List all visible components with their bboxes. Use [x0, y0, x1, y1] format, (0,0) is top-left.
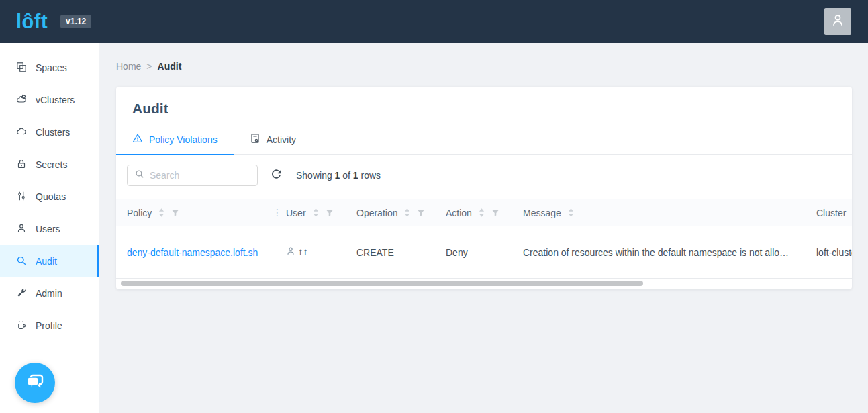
violations-table: Policy ⋮ User	[116, 199, 852, 279]
tab-activity[interactable]: Activity	[234, 125, 312, 154]
breadcrumb: Home > Audit	[116, 61, 852, 72]
search-icon	[135, 169, 144, 181]
chat-widget-button[interactable]	[15, 363, 55, 403]
filter-icon[interactable]	[491, 209, 499, 217]
column-header-operation[interactable]: Operation	[346, 208, 435, 218]
filter-icon[interactable]	[417, 209, 425, 217]
sidebar-item-audit[interactable]: Audit	[0, 245, 99, 277]
warning-triangle-icon	[132, 133, 143, 146]
column-header-user[interactable]: ⋮ User	[275, 208, 346, 218]
sidebar-item-quotas[interactable]: Quotas	[0, 181, 99, 213]
column-header-cluster[interactable]: Cluster	[806, 208, 852, 218]
filter-icon[interactable]	[171, 209, 179, 217]
sidebar-item-secrets[interactable]: Secrets	[0, 148, 99, 181]
person-icon	[830, 13, 845, 30]
audit-card: Audit Policy Violations	[116, 87, 852, 289]
table-toolbar: Showing 1 of 1 rows	[116, 155, 852, 199]
table-viewport: Policy ⋮ User	[116, 199, 852, 279]
tab-policy-violations[interactable]: Policy Violations	[116, 125, 234, 154]
policy-link[interactable]: deny-default-namespace.loft.sh	[127, 247, 258, 258]
breadcrumb-current: Audit	[158, 61, 182, 72]
shown-count: 1	[335, 170, 340, 181]
sidebar-item-spaces[interactable]: Spaces	[0, 52, 99, 84]
version-badge: v1.12	[60, 15, 91, 28]
spaces-icon	[16, 62, 27, 75]
column-resize-handle[interactable]: ⋮	[273, 207, 282, 218]
sort-icon[interactable]	[479, 208, 485, 217]
sidebar-item-profile[interactable]: Profile	[0, 310, 99, 342]
scrollbar-thumb[interactable]	[121, 281, 643, 286]
sidebar-item-label: Users	[36, 224, 60, 234]
user-icon	[16, 223, 27, 236]
tab-label: Activity	[267, 134, 296, 145]
user-cell: t t	[275, 246, 346, 258]
user-avatar[interactable]	[824, 8, 851, 35]
tab-bar: Policy Violations Activity	[116, 125, 852, 155]
column-header-policy[interactable]: Policy	[116, 208, 275, 218]
chat-bubbles-icon	[24, 371, 46, 395]
user-name: t t	[299, 247, 307, 257]
policy-cell: deny-default-namespace.loft.sh	[116, 247, 275, 258]
sort-icon[interactable]	[568, 208, 574, 217]
mug-icon	[16, 320, 27, 332]
sort-icon[interactable]	[404, 208, 410, 217]
column-header-action[interactable]: Action	[435, 208, 512, 218]
table-header-row: Policy ⋮ User	[116, 199, 852, 226]
sidebar: Spaces vClusters Clusters	[0, 43, 99, 413]
cloud-icon	[16, 126, 27, 139]
sidebar-item-admin[interactable]: Admin	[0, 277, 99, 310]
sidebar-item-label: Quotas	[36, 191, 66, 202]
sidebar-item-clusters[interactable]: Clusters	[0, 116, 99, 148]
row-count-status: Showing 1 of 1 rows	[296, 170, 381, 181]
filter-icon[interactable]	[326, 209, 334, 217]
user-icon	[286, 246, 295, 258]
horizontal-scrollbar	[116, 281, 852, 286]
sidebar-item-label: Clusters	[36, 127, 70, 138]
tab-label: Policy Violations	[149, 134, 218, 145]
cluster-cell: loft-cluster	[806, 247, 852, 258]
search-input[interactable]	[150, 170, 250, 181]
refresh-icon	[271, 169, 282, 182]
total-count: 1	[353, 170, 358, 181]
sort-icon[interactable]	[313, 208, 319, 217]
column-header-message[interactable]: Message	[512, 208, 806, 218]
page-title: Audit	[116, 87, 852, 117]
sidebar-item-vclusters[interactable]: vClusters	[0, 84, 99, 116]
breadcrumb-home-link[interactable]: Home	[116, 61, 141, 72]
lock-icon	[16, 158, 27, 171]
sidebar-item-label: Spaces	[36, 62, 67, 73]
sidebar-item-label: Admin	[36, 288, 62, 299]
operation-cell: CREATE	[346, 247, 435, 258]
sidebar-item-label: Secrets	[36, 159, 67, 170]
search-box[interactable]	[127, 165, 258, 186]
main-content: Home > Audit Audit Policy Violations	[99, 43, 868, 413]
table-row[interactable]: deny-default-namespace.loft.sh t t	[116, 226, 852, 279]
refresh-button[interactable]	[271, 169, 282, 182]
sort-icon[interactable]	[158, 208, 164, 217]
sidebar-item-users[interactable]: Users	[0, 213, 99, 245]
action-cell: Deny	[435, 247, 512, 258]
loft-logo[interactable]: lôft	[16, 12, 48, 32]
sidebar-item-label: vClusters	[36, 95, 75, 105]
breadcrumb-separator: >	[146, 61, 152, 72]
sliders-icon	[16, 191, 27, 203]
search-icon	[16, 255, 27, 268]
topbar: lôft v1.12	[0, 0, 868, 43]
sidebar-item-label: Profile	[36, 320, 62, 331]
sidebar-item-label: Audit	[36, 256, 57, 267]
vcluster-icon	[16, 94, 27, 107]
message-cell: Creation of resources within the default…	[512, 247, 806, 258]
audit-log-icon	[250, 133, 260, 146]
wrench-icon	[16, 287, 27, 300]
